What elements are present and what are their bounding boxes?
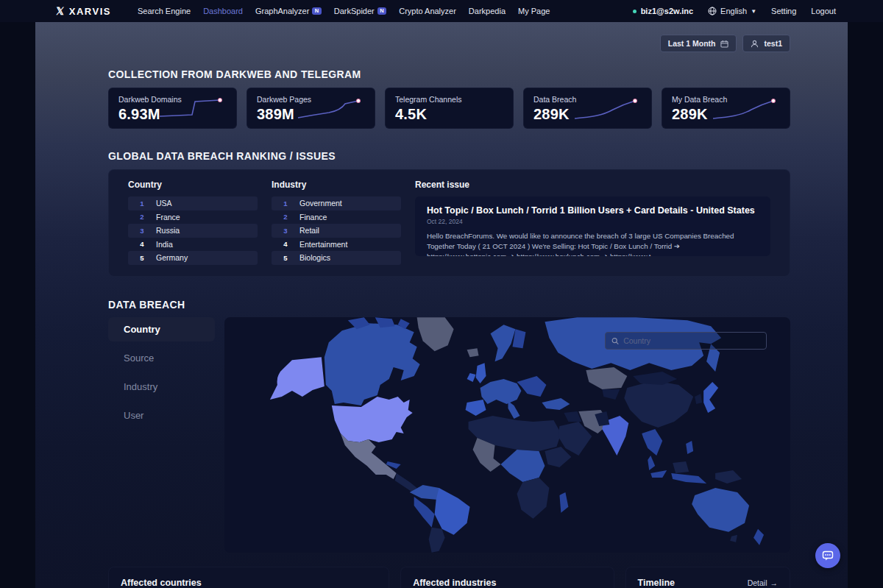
nav-right: biz1@s2w.inc English ▼ Setting Logout — [633, 7, 836, 15]
data-breach-heading: DATA BREACH — [108, 299, 790, 311]
affected-countries-title: Affected countries — [121, 578, 377, 588]
map-country-search[interactable] — [605, 332, 767, 350]
issue-date: Oct 22, 2024 — [427, 218, 759, 225]
map-greenland — [417, 317, 454, 351]
map-australia — [692, 488, 749, 532]
profile-button[interactable]: test1 — [742, 35, 790, 52]
logout-link[interactable]: Logout — [811, 7, 836, 15]
sparkline-chart — [297, 94, 367, 122]
app-logo[interactable]: 𝕏 XARVIS — [56, 5, 111, 17]
map-papua — [715, 470, 742, 483]
stat-card-data-breach[interactable]: Data Breach 289K — [523, 88, 652, 129]
nav-item-dashboard[interactable]: Dashboard — [203, 7, 243, 15]
map-iraq — [564, 411, 581, 422]
new-badge: N — [377, 7, 386, 15]
world-map[interactable] — [224, 317, 790, 553]
chat-bubble-icon — [821, 549, 834, 562]
country-ranking: Country 1USA 2France 3Russia 4India 5Ger… — [128, 180, 258, 276]
tab-country[interactable]: Country — [108, 317, 215, 341]
nav-item-graphanalyzer[interactable]: GraphAnalyzerN — [255, 7, 322, 15]
map-eastern-europe — [517, 376, 546, 397]
map-spain — [466, 400, 486, 416]
tab-source[interactable]: Source — [108, 346, 215, 370]
rank-row[interactable]: 4Entertainment — [272, 238, 401, 252]
rank-row[interactable]: 2France — [128, 210, 258, 224]
map-tasmania — [730, 535, 737, 542]
tab-user[interactable]: User — [108, 403, 215, 428]
stat-value: 4.5K — [395, 106, 503, 123]
map-mongolia — [633, 372, 677, 385]
map-alaska — [270, 357, 325, 400]
language-selector[interactable]: English ▼ — [708, 7, 756, 15]
arrow-right-icon: → — [770, 578, 779, 587]
recent-issue-title: Recent issue — [415, 180, 770, 190]
map-kazakhstan — [586, 367, 627, 389]
rank-row[interactable]: 5Biologics — [272, 251, 401, 265]
map-new-zealand — [753, 529, 764, 545]
sparkline-chart — [573, 94, 644, 122]
recent-issue: Recent issue Hot Topic / Box Lunch / Tor… — [415, 180, 770, 276]
map-uk — [467, 363, 486, 383]
main-content: Last 1 Month test1 COLLECTION FROM DARKW… — [35, 22, 848, 588]
map-china — [624, 380, 693, 428]
rank-row[interactable]: 4India — [128, 238, 258, 252]
logo-x-icon: 𝕏 — [55, 5, 66, 17]
map-southern-africa — [517, 478, 549, 519]
ranking-panel: Country 1USA 2France 3Russia 4India 5Ger… — [108, 169, 790, 277]
map-usa — [332, 397, 413, 442]
chat-fab-button[interactable] — [815, 543, 840, 568]
new-badge: N — [312, 7, 321, 15]
rank-row[interactable]: 3Russia — [128, 224, 258, 238]
rank-row[interactable]: 1USA — [128, 196, 258, 210]
rank-row[interactable]: 1Government — [272, 196, 401, 210]
issue-title: Hot Topic / Box Lunch / Torrid 1 Billion… — [427, 205, 759, 216]
recent-issue-card[interactable]: Hot Topic / Box Lunch / Torrid 1 Billion… — [415, 196, 770, 256]
dashboard-page: 𝕏 XARVIS Search Engine Dashboard GraphAn… — [0, 0, 883, 588]
issue-body: Hello BreachForums. We would like to ann… — [427, 231, 759, 256]
map-italy — [508, 401, 519, 419]
map-iceland — [467, 348, 479, 357]
stat-card-my-data-breach[interactable]: My Data Breach 289K — [662, 88, 790, 129]
map-scandinavia — [491, 325, 516, 361]
top-nav: 𝕏 XARVIS Search Engine Dashboard GraphAn… — [0, 0, 883, 22]
map-canada — [325, 323, 420, 405]
nav-menu: Search Engine Dashboard GraphAnalyzerN D… — [138, 7, 633, 15]
stat-card-darkweb-pages[interactable]: Darkweb Pages 389M — [247, 88, 375, 129]
tab-industry[interactable]: Industry — [108, 375, 215, 399]
date-range-button[interactable]: Last 1 Month — [660, 35, 737, 52]
map-madagascar — [559, 492, 568, 513]
rank-row[interactable]: 2Finance — [272, 210, 401, 224]
map-indochina — [642, 429, 662, 470]
stat-card-telegram-channels[interactable]: Telegram Channels 4.5K — [385, 88, 514, 129]
timeline-card: Timeline Detail → — [625, 567, 791, 588]
setting-link[interactable]: Setting — [771, 7, 796, 15]
nav-item-my-page[interactable]: My Page — [518, 7, 550, 15]
nav-item-darkpedia[interactable]: Darkpedia — [469, 7, 506, 15]
nav-item-crypto-analyzer[interactable]: Crypto Analyzer — [399, 7, 456, 15]
breach-tabs: Country Source Industry User — [108, 317, 215, 553]
industry-ranking-title: Industry — [272, 180, 401, 190]
data-breach-section: Country Source Industry User — [108, 317, 790, 553]
globe-icon — [708, 7, 717, 15]
map-country-search-input[interactable] — [623, 336, 760, 345]
timeline-detail-link[interactable]: Detail → — [748, 578, 778, 587]
rank-row[interactable]: 3Retail — [272, 224, 401, 238]
nav-item-search-engine[interactable]: Search Engine — [138, 7, 191, 15]
rank-row[interactable]: 5Germany — [128, 251, 258, 265]
search-icon — [611, 337, 619, 345]
stat-card-darkweb-domains[interactable]: Darkweb Domains 6.93M — [108, 88, 237, 129]
bottom-row: Affected countries Affected industries T… — [108, 567, 790, 588]
map-philippines — [686, 441, 693, 454]
country-ranking-title: Country — [128, 180, 258, 190]
logo-text: XARVIS — [69, 6, 111, 17]
world-map-svg — [224, 317, 790, 553]
map-central-america — [395, 473, 417, 492]
stat-cards: Darkweb Domains 6.93M Darkweb Pages 389M… — [108, 88, 790, 129]
nav-item-darkspider[interactable]: DarkSpiderN — [334, 7, 386, 15]
online-dot-icon — [633, 10, 636, 13]
map-argentina — [429, 528, 445, 553]
filter-row: Last 1 Month test1 — [108, 35, 790, 52]
ranking-heading: GLOBAL DATA BREACH RANKING / ISSUES — [108, 150, 790, 162]
map-central-africa — [501, 450, 545, 482]
affected-industries-title: Affected industries — [413, 578, 601, 588]
